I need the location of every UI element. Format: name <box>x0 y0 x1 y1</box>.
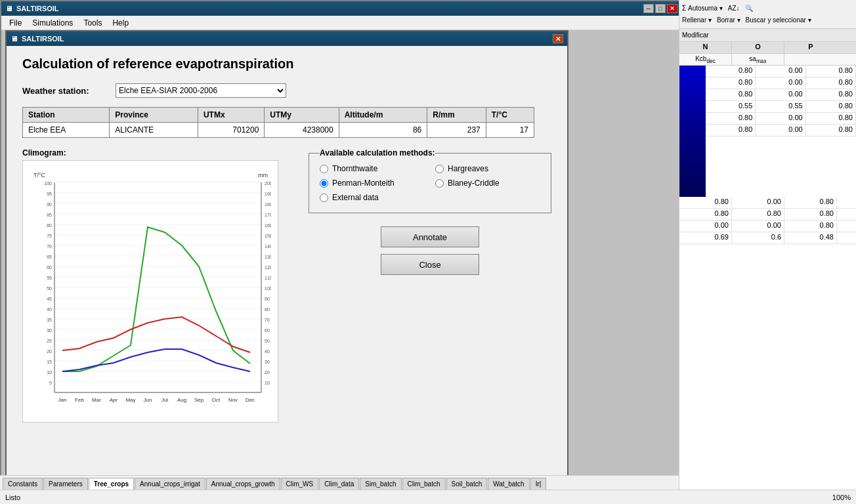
excel-rows: 0.800.000.800.800.000.800.800.000.800.55… <box>706 66 856 136</box>
svg-text:Oct: Oct <box>212 397 221 403</box>
excel-cell: 0.55 <box>756 101 805 112</box>
menu-tools[interactable]: Tools <box>78 17 107 29</box>
cell-rmm: 237 <box>427 123 486 138</box>
borrar-label: Borrar ▾ <box>717 16 740 24</box>
excel-cell: 0.80 <box>806 89 856 100</box>
rellenar-label: Rellenar ▾ <box>682 16 712 24</box>
label-blaney: Blaney-Criddle <box>448 178 500 188</box>
tab-annual-crops-irrigat[interactable]: Annual_crops_irrigat <box>135 478 205 490</box>
tab-container: ConstantsParametersTree_cropsAnnual_crop… <box>3 478 546 490</box>
svg-text:75: 75 <box>47 234 52 238</box>
svg-text:130: 130 <box>265 255 271 259</box>
svg-text:Aug: Aug <box>177 397 186 403</box>
menu-simulations[interactable]: Simulations <box>27 17 78 29</box>
table-row: Elche EEA ALICANTE 701200 4238000 86 237… <box>23 123 534 138</box>
status-right: 100% <box>832 494 851 501</box>
svg-text:85: 85 <box>47 213 52 217</box>
maximize-button[interactable]: □ <box>655 4 666 13</box>
dialog-close-button[interactable]: ✕ <box>553 34 563 43</box>
methods-grid: Thornthwaite Hargreaves Penman-Monteith <box>320 164 540 202</box>
col-header-station: Station <box>23 108 110 123</box>
excel-row: 0.800.000.80 <box>706 77 856 89</box>
svg-text:55: 55 <box>47 276 52 280</box>
lower-section: Climogram: T/°C mm <box>22 148 551 423</box>
tab-soil-batch[interactable]: Soil_batch <box>446 478 488 490</box>
excel-row: 0.690.60.48 <box>679 232 856 244</box>
col-header-province: Province <box>110 108 198 123</box>
tab-constants[interactable]: Constants <box>3 478 43 490</box>
method-hargreaves[interactable]: Hargreaves <box>435 164 540 173</box>
svg-text:20: 20 <box>47 349 52 354</box>
svg-text:15: 15 <box>47 360 52 364</box>
method-blaney[interactable]: Blaney-Criddle <box>435 178 540 188</box>
tab-clim-data[interactable]: Clim_data <box>319 478 359 490</box>
excel-row: 0.550.550.80 <box>706 101 856 113</box>
tab-ir-[interactable]: Ir| <box>530 478 547 490</box>
page-title: Calculation of reference evapotranspirat… <box>22 56 551 72</box>
excel-row: 0.800.000.80 <box>679 197 856 209</box>
annotate-button[interactable]: Annotate <box>381 226 479 247</box>
radio-external[interactable] <box>320 194 328 202</box>
buscar-label: Buscar y seleccionar ▾ <box>746 16 811 24</box>
tab-clim-batch[interactable]: Clim_batch <box>402 478 446 490</box>
tab-annual-crops-growth[interactable]: Annual_crops_growth <box>206 478 280 490</box>
excel-cell: 0.80 <box>706 125 756 136</box>
svg-text:60: 60 <box>265 328 270 333</box>
excel-cell: 0.00 <box>756 113 805 124</box>
svg-text:Mar: Mar <box>92 397 101 403</box>
svg-text:Dec: Dec <box>246 397 255 403</box>
tab-wat-batch[interactable]: Wat_batch <box>488 478 529 490</box>
close-app-button[interactable]: ✕ <box>667 4 677 13</box>
menu-file[interactable]: File <box>4 17 27 29</box>
excel-row: 0.800.000.80 <box>706 66 856 77</box>
col-header-o: O <box>732 42 784 53</box>
excel-cell: 0.00 <box>756 89 805 100</box>
svg-text:110: 110 <box>265 276 271 280</box>
radio-blaney[interactable] <box>435 179 444 188</box>
excel-panel: Σ Autosuma ▾ AZ↓ 🔍 Rellenar ▾ Borrar ▾ B… <box>679 0 856 504</box>
methods-area: Available calculation methods: Thornthwa… <box>309 148 551 423</box>
svg-text:45: 45 <box>47 297 52 301</box>
svg-text:80: 80 <box>265 307 270 312</box>
col-header-utmy: UTMy <box>265 108 339 123</box>
weather-station-row: Weather station: Elche EEA-SIAR 2000-200… <box>22 83 551 98</box>
radio-hargreaves[interactable] <box>435 165 444 173</box>
svg-text:35: 35 <box>47 318 52 322</box>
excel-cell: 0.80 <box>806 77 856 89</box>
method-thornthwaite[interactable]: Thornthwaite <box>320 164 425 173</box>
close-button[interactable]: Close <box>381 254 479 275</box>
svg-text:60: 60 <box>47 265 52 270</box>
method-external[interactable]: External data <box>320 193 425 202</box>
tab-tree-crops[interactable]: Tree_crops <box>89 478 134 490</box>
cell-altitude: 86 <box>339 123 427 138</box>
menu-help[interactable]: Help <box>107 17 134 29</box>
tab-parameters[interactable]: Parameters <box>43 478 88 490</box>
excel-cell: 0.55 <box>706 101 756 112</box>
app-icon: 🖥 <box>5 5 12 12</box>
svg-text:Jun: Jun <box>144 397 152 403</box>
radio-thornthwaite[interactable] <box>320 165 328 173</box>
excel-cell: 0.80 <box>706 66 756 77</box>
methods-fieldset: Available calculation methods: Thornthwa… <box>309 148 551 213</box>
minimize-button[interactable]: ─ <box>643 4 654 13</box>
method-penman[interactable]: Penman-Monteith <box>320 178 425 188</box>
tab-clim-ws[interactable]: Clim_WS <box>281 478 319 490</box>
modificar-label: Modificar <box>682 32 709 39</box>
weather-station-select[interactable]: Elche EEA-SIAR 2000-2006 <box>116 83 286 98</box>
tab-sim-batch[interactable]: Sim_batch <box>360 478 401 490</box>
radio-penman[interactable] <box>320 179 328 188</box>
svg-text:70: 70 <box>47 244 52 249</box>
svg-text:10: 10 <box>265 381 270 385</box>
excel-modificar: Modificar <box>679 29 856 42</box>
svg-text:200: 200 <box>265 181 271 186</box>
col-header-utmx: UTMx <box>198 108 264 123</box>
app-title: SALTIRSOIL <box>16 5 59 12</box>
excel-blue-data-area: 0.800.000.800.800.000.800.800.000.800.55… <box>679 66 856 197</box>
excel-cell: 0.69 <box>679 232 732 243</box>
svg-text:May: May <box>125 397 135 403</box>
dialog-title-bar: 🖥 SALTIRSOIL ✕ <box>7 32 567 46</box>
svg-text:10: 10 <box>47 370 52 375</box>
excel-cell: 0.00 <box>756 66 805 77</box>
excel-cell: 0.80 <box>706 89 756 100</box>
excel-cell: 0.00 <box>756 125 805 136</box>
